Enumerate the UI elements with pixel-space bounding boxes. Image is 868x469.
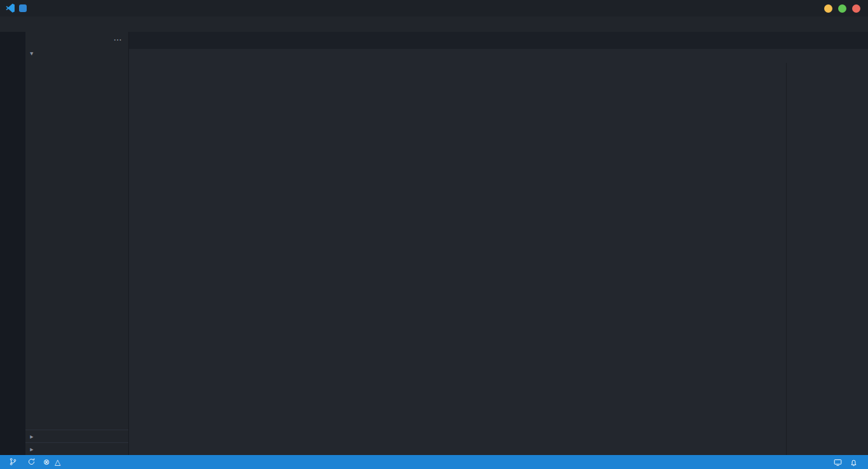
language-mode[interactable] — [822, 455, 830, 469]
code-lines[interactable] — [129, 63, 786, 455]
chevron-right-icon: ▸ — [28, 433, 36, 440]
problems-indicator[interactable]: ⊗ △ — [39, 455, 67, 469]
chevron-down-icon: ▾ — [28, 50, 36, 57]
git-branch-icon — [9, 458, 17, 467]
activity-bar — [0, 32, 25, 455]
cursor-position[interactable] — [792, 455, 799, 469]
breadcrumb — [129, 49, 868, 63]
more-actions-icon[interactable]: ⋯ — [114, 35, 122, 44]
encoding-setting[interactable] — [807, 455, 815, 469]
error-icon: ⊗ — [43, 458, 50, 466]
sync-button[interactable] — [24, 455, 39, 469]
tab-bar — [129, 32, 868, 49]
screencast-icon[interactable] — [830, 455, 846, 469]
notifications-bell-icon[interactable] — [846, 455, 862, 469]
project-root-header[interactable]: ▾ — [25, 47, 128, 60]
eol-setting[interactable] — [815, 455, 822, 469]
indentation-setting[interactable] — [799, 455, 807, 469]
title-bar — [0, 0, 868, 17]
minimap[interactable] — [786, 63, 861, 455]
menu-bar — [0, 17, 868, 32]
code-editor[interactable] — [129, 63, 868, 455]
editor-group — [129, 32, 868, 455]
maximize-button[interactable] — [838, 4, 846, 13]
chevron-right-icon: ▸ — [28, 446, 36, 452]
minimize-button[interactable] — [824, 4, 832, 13]
timeline-panel-header[interactable]: ▸ — [25, 442, 128, 455]
overview-ruler[interactable] — [861, 63, 868, 455]
status-bar: ⊗ △ — [0, 455, 868, 469]
file-tree — [25, 60, 128, 430]
git-branch-indicator[interactable] — [5, 455, 24, 469]
explorer-header: ⋯ — [25, 32, 128, 47]
warning-icon: △ — [55, 458, 60, 466]
window-menu-icon — [19, 4, 27, 12]
vscode-logo-icon — [5, 3, 15, 15]
sync-icon — [27, 458, 36, 467]
close-button[interactable] — [852, 4, 860, 13]
outline-panel-header[interactable]: ▸ — [25, 430, 128, 442]
explorer-sidebar: ⋯ ▾ ▸ ▸ — [25, 32, 129, 455]
